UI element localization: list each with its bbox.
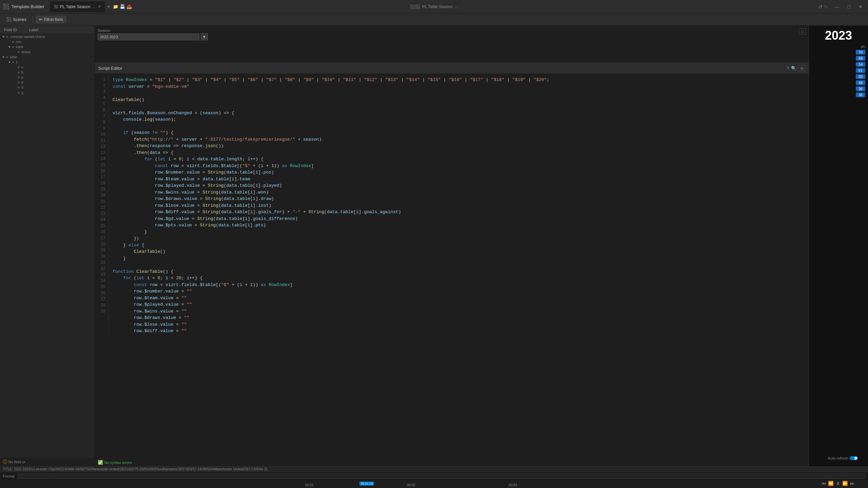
tree-item-d2[interactable]: ≡ d	[0, 85, 95, 90]
item-id: d	[21, 86, 42, 89]
code-area[interactable]: 1 2 3 4 5 6 7 8 9 10 11 12 13 14	[95, 74, 809, 459]
tree-item-table[interactable]: ▼ ≡ table	[0, 55, 95, 60]
timeline-prev-button[interactable]: ⏮	[822, 481, 826, 486]
item-icon: ≡	[18, 81, 20, 84]
timeline-next-button[interactable]: ⏭	[850, 481, 854, 486]
code-line-2: const server = "bgo-eddie-vm"	[113, 83, 809, 90]
fillin-label: Fill-in form	[44, 17, 63, 22]
timeline-forward-button[interactable]: ⏩	[842, 481, 848, 486]
tree-item-d1[interactable]: ≡ d	[0, 80, 95, 85]
expand-icon: ▼	[7, 60, 12, 64]
tab-more-center[interactable]: ...	[455, 4, 458, 9]
row5-pts: 50	[856, 74, 865, 79]
script-editor-titlebar: Script Editor ? 🔍 ⧉	[95, 63, 809, 74]
center-tab-label: PL Table Season	[422, 4, 453, 9]
item-icon: ≡	[12, 45, 14, 49]
title-bar: ⬛ Template Builder ⬛ PL Table Season ...…	[0, 0, 868, 14]
tree-item-1[interactable]: ▼ ≡ 1	[0, 60, 95, 65]
redo-icon[interactable]: ↻	[824, 4, 828, 9]
timeline-format-row: Format	[0, 472, 868, 480]
tab-save-icon[interactable]: 💾	[120, 4, 125, 9]
season-dropdown-btn[interactable]: ▾	[201, 33, 208, 40]
tree-item-con[interactable]: ≡ con	[0, 39, 95, 44]
preview-row-7: 36	[809, 86, 868, 92]
main-tab[interactable]: ⬛ PL Table Season ... ✕	[50, 1, 105, 12]
main-area: Field ID Label ▼ ≡ -concept-variant-choi…	[0, 26, 868, 466]
row7-pts: 36	[856, 86, 865, 91]
item-icon: ≡	[18, 86, 20, 89]
tree-item-n[interactable]: ≡ n	[0, 65, 95, 70]
auto-refresh-toggle[interactable]	[850, 456, 858, 460]
code-line-30: function ClearTable() {	[113, 268, 809, 275]
fillin-icon: ✏	[39, 17, 43, 22]
tree-item-b[interactable]: ≡ b	[0, 70, 95, 75]
preview-row-2: 69	[809, 55, 868, 61]
item-id: table	[10, 55, 30, 59]
row8-pts: 36	[856, 93, 865, 97]
item-icon: ≡	[6, 55, 8, 59]
tree-item-seaso[interactable]: ≡ seaso	[0, 49, 95, 55]
code-line-32: const row = vizrt.fields.$table[("$" + (…	[113, 282, 809, 288]
season-input[interactable]	[98, 34, 199, 40]
code-line-16: row.$team.value = data.table[i].team	[113, 176, 809, 183]
window-min-button[interactable]: —	[832, 3, 842, 11]
window-max-button[interactable]: □	[845, 3, 853, 11]
top-area-toggle[interactable]: □	[799, 28, 806, 35]
col-field-id: Field ID	[3, 28, 26, 32]
item-id: n	[21, 65, 42, 69]
scenes-button[interactable]: ⬛ Scenes	[3, 16, 30, 23]
timeline-play-button[interactable]: ⏸	[836, 481, 840, 486]
tree-item-concept[interactable]: ▼ ≡ -concept-variant-choice	[0, 34, 95, 39]
preview-row-3: 54	[809, 61, 868, 67]
line-numbers: 1 2 3 4 5 6 7 8 9 10 11 12 13 14	[95, 74, 108, 337]
syntax-text: No syntax errors	[104, 461, 132, 465]
code-line-38: row.$lose.value = ""	[113, 321, 809, 328]
code-line-35: row.$played.value = ""	[113, 301, 809, 308]
scenes-label: Scenes	[13, 17, 26, 22]
item-icon: ≡	[12, 40, 14, 44]
item-id: 1	[16, 60, 36, 64]
top-area: Season ▾ □	[95, 26, 809, 63]
item-id: varia	[16, 45, 36, 49]
timeline-playhead: 00:01:19	[359, 482, 374, 486]
timeline: TITLE: 2022-2023/1/Leicester City/29/22/…	[0, 466, 868, 488]
code-content[interactable]: type RowIndex = "$1" | "$2" | "$3" | "$4…	[108, 74, 809, 337]
undo-icon[interactable]: ↺	[818, 4, 823, 9]
fillin-button[interactable]: ✏ Fill-in form	[36, 16, 66, 23]
code-line-5	[113, 103, 809, 110]
tab-more[interactable]: ...	[93, 4, 96, 9]
tree-item-p[interactable]: ≡ p	[0, 75, 95, 80]
code-line-14: const row = vizrt.fields.$table[("$" + (…	[113, 163, 809, 169]
new-tab-button[interactable]: +	[107, 4, 110, 10]
script-editor-popout[interactable]: ⧉	[798, 65, 805, 71]
code-line-9: if (season != "") {	[113, 129, 809, 136]
timeline-rewind-button[interactable]: ⏪	[828, 481, 834, 486]
item-icon: ≡	[18, 91, 20, 95]
item-id: p	[21, 76, 42, 79]
preview-rows: pts 70 69 54 51 50	[809, 44, 868, 98]
content-area: Season ▾ □ Script Editor ? 🔍 ⧉	[95, 26, 809, 466]
tab-export-icon[interactable]: 📤	[126, 4, 132, 9]
window-close-button[interactable]: ✕	[856, 3, 865, 11]
preview-header-row: pts	[809, 44, 868, 49]
item-id: b	[21, 70, 42, 74]
code-line-29	[113, 262, 809, 268]
code-line-7: console.log(season);	[113, 116, 809, 123]
sidebar-tree: ▼ ≡ -concept-variant-choice ≡ con ▼ ≡ va…	[0, 34, 95, 458]
expand-icon: ▼	[1, 55, 5, 59]
code-line-39: row.$diff.value = ""	[113, 328, 809, 334]
script-editor-help[interactable]: ?	[787, 66, 789, 71]
toolbar-separator	[33, 16, 33, 23]
tree-item-g[interactable]: ≡ g	[0, 90, 95, 95]
timeline-time-1: 00:02	[407, 483, 415, 487]
preview-panel: 2023 pts 70 69 54 51	[809, 26, 868, 466]
code-line-4: ClearTable()	[113, 97, 809, 103]
tab-open-icon[interactable]: 📁	[113, 4, 118, 9]
code-line-24: }	[113, 229, 809, 236]
script-editor-search[interactable]: 🔍	[791, 66, 796, 71]
code-line-28: }	[113, 255, 809, 262]
tree-item-varia[interactable]: ▼ ≡ varia	[0, 44, 95, 49]
tab-close-icon[interactable]: ✕	[98, 4, 101, 9]
format-input[interactable]	[17, 473, 865, 479]
preview-year: 2023	[825, 28, 852, 43]
